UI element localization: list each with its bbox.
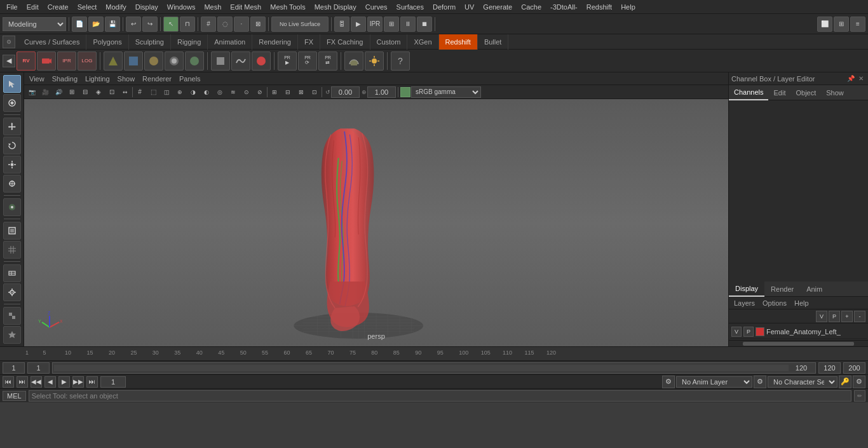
vp-wireframe-btn[interactable]: ⬚ xyxy=(147,86,159,98)
vp-menu-shading[interactable]: Shading xyxy=(50,74,80,83)
anim-layer-gear[interactable]: ⚙ xyxy=(662,376,675,388)
layer-menu-help[interactable]: Help xyxy=(792,299,811,308)
channel-box-close[interactable]: ✕ xyxy=(857,74,865,83)
ch-tab-channels[interactable]: Channels xyxy=(729,85,768,100)
range-slider-track[interactable] xyxy=(54,365,789,371)
paint-select-tool[interactable] xyxy=(3,94,21,112)
select-tool[interactable] xyxy=(3,75,21,93)
range-start-input[interactable] xyxy=(3,362,25,374)
layer-scrollbar-thumb[interactable] xyxy=(743,342,854,346)
tab-sculpting[interactable]: Sculpting xyxy=(129,34,171,50)
render-button[interactable]: ▶ xyxy=(351,17,366,32)
layer-vis-btn[interactable]: V xyxy=(731,327,742,337)
vp-menu-view[interactable]: View xyxy=(27,74,47,83)
viewport-3d[interactable]: persp X Y Z xyxy=(24,99,728,346)
menu-3dtoall[interactable]: -3DtoAll- xyxy=(546,2,581,12)
frame-range-slider[interactable] xyxy=(52,362,816,374)
layer-add-selected-btn[interactable]: + xyxy=(841,311,853,322)
channel-box-pin[interactable]: 📌 xyxy=(846,74,855,83)
vp-icon-5[interactable]: ↭ xyxy=(119,86,132,98)
menu-file[interactable]: File xyxy=(3,2,22,12)
playback-play-back[interactable]: ◀◀ xyxy=(31,376,42,388)
vp-menu-panels[interactable]: Panels xyxy=(177,74,203,83)
redo-button[interactable]: ↪ xyxy=(142,17,158,32)
range-end-2-input[interactable] xyxy=(818,362,841,374)
layer-scrollbar[interactable] xyxy=(729,340,868,346)
script-mode-button[interactable]: MEL xyxy=(3,391,26,401)
playback-play-fwd[interactable]: ▶ xyxy=(58,376,70,388)
vp-textured-btn[interactable]: ⊕ xyxy=(173,86,186,98)
vp-resolution-btn[interactable]: ⊡ xyxy=(308,86,321,98)
tab-bullet[interactable]: Bullet xyxy=(478,34,509,50)
layer-remove-btn[interactable]: - xyxy=(854,311,865,322)
anim-layer-select[interactable]: No Anim Layer xyxy=(676,376,752,388)
vp-lighting-btn[interactable]: ◑ xyxy=(187,86,200,98)
move-tool[interactable] xyxy=(3,118,21,135)
vp-ao-btn[interactable]: ◎ xyxy=(214,86,226,98)
menu-select[interactable]: Select xyxy=(74,2,101,12)
menu-modify[interactable]: Modify xyxy=(102,2,130,12)
playback-back-frame[interactable]: ◀ xyxy=(44,376,56,388)
shelf-icon-material-4[interactable] xyxy=(165,51,184,71)
tab-redshift[interactable]: Redshift xyxy=(439,34,478,50)
menu-mesh-tools[interactable]: Mesh Tools xyxy=(266,2,309,12)
menu-edit-mesh[interactable]: Edit Mesh xyxy=(226,2,265,12)
shelf-icon-ipr[interactable]: IPR xyxy=(57,51,76,71)
layer-row-anatomy[interactable]: V P Female_Anatomy_Left_ xyxy=(730,325,867,339)
char-set-gear[interactable]: ⚙ xyxy=(754,376,766,388)
component-editor-button[interactable] xyxy=(3,264,21,282)
tab-curves-surfaces[interactable]: Curves / Surfaces xyxy=(18,34,86,50)
layout-options-button[interactable]: ≡ xyxy=(850,17,865,32)
layout-single-button[interactable]: ⬜ xyxy=(817,17,832,32)
menu-deform[interactable]: Deform xyxy=(429,2,459,12)
playback-step-back[interactable]: ⏭ xyxy=(17,376,28,388)
save-scene-button[interactable]: 💾 xyxy=(105,17,120,32)
shelf-icon-sphere[interactable] xyxy=(252,51,271,71)
color-manage-btn[interactable] xyxy=(400,87,410,97)
shelf-icon-pr3[interactable]: PR⇄ xyxy=(318,51,337,71)
vp-shadow-btn[interactable]: ◐ xyxy=(200,86,213,98)
layer-tab-render[interactable]: Render xyxy=(764,282,800,297)
tab-custom[interactable]: Custom xyxy=(370,34,408,50)
key-gear-btn[interactable]: 🔑 xyxy=(839,376,851,388)
timeline-track[interactable]: 1510152025303540455055606570758085909510… xyxy=(25,347,728,360)
menu-surfaces[interactable]: Surfaces xyxy=(393,2,428,12)
vp-gate-btn[interactable]: ⊟ xyxy=(281,86,294,98)
preferences-gear-btn[interactable]: ⚙ xyxy=(853,376,865,388)
menu-uv[interactable]: UV xyxy=(461,2,478,12)
shelf-icon-rv[interactable]: RV xyxy=(17,51,36,71)
mode-selector[interactable]: Modeling Rigging Animation FX Rendering xyxy=(3,17,66,31)
char-set-select[interactable]: No Character Set xyxy=(768,376,837,388)
menu-display[interactable]: Display xyxy=(132,2,162,12)
layer-tab-anim[interactable]: Anim xyxy=(800,282,829,297)
menu-cache[interactable]: Cache xyxy=(517,2,545,12)
soft-select-tool[interactable] xyxy=(3,198,21,216)
layer-playback-btn[interactable]: P xyxy=(743,327,754,337)
vp-grid-btn[interactable]: # xyxy=(133,86,146,98)
shelf-icon-box[interactable] xyxy=(211,51,230,71)
snap-to-together[interactable] xyxy=(3,307,21,325)
rotate-value-input[interactable]: 0.00 xyxy=(331,86,360,98)
quick-select-set[interactable] xyxy=(3,326,21,344)
live-surface-button[interactable]: No Live Surface xyxy=(271,17,329,32)
shelf-icon-question[interactable]: ? xyxy=(391,51,410,71)
script-editor-btn[interactable]: ✏ xyxy=(854,390,865,402)
shelf-icon-material-2[interactable] xyxy=(124,51,143,71)
menu-edit[interactable]: Edit xyxy=(23,2,43,12)
shelf-icon-material-3[interactable] xyxy=(144,51,163,71)
playback-fwd-frame[interactable]: ▶▶ xyxy=(72,376,84,388)
playback-jump-end[interactable]: ⏭ xyxy=(86,376,98,388)
layer-playback-all-btn[interactable]: P xyxy=(829,311,840,322)
lasso-tool-button[interactable]: ⊓ xyxy=(180,17,195,32)
vp-menu-renderer[interactable]: Renderer xyxy=(140,74,174,83)
layer-menu-options[interactable]: Options xyxy=(760,299,789,308)
ch-tab-show[interactable]: Show xyxy=(821,85,849,100)
ch-tab-edit[interactable]: Edit xyxy=(768,85,790,100)
playback-jump-start[interactable]: ⏮ xyxy=(3,376,14,388)
max-range-input[interactable] xyxy=(843,362,865,374)
layout-four-button[interactable]: ⊞ xyxy=(834,17,849,32)
tab-rendering[interactable]: Rendering xyxy=(252,34,298,50)
menu-windows[interactable]: Windows xyxy=(163,2,200,12)
shelf-icon-material-1[interactable] xyxy=(104,51,123,71)
rotate-tool[interactable] xyxy=(3,137,21,154)
